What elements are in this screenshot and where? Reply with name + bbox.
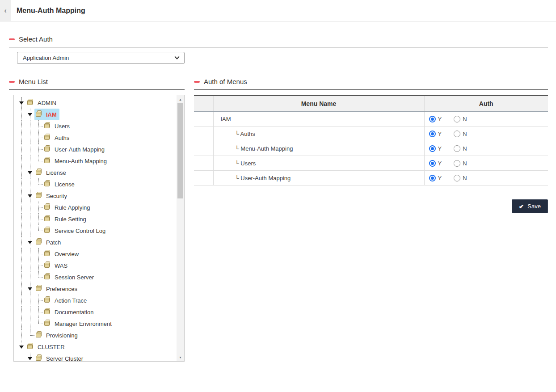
expand-icon[interactable] — [28, 287, 32, 291]
folder-icon — [44, 157, 52, 165]
radio-y[interactable] — [429, 131, 436, 137]
tree-node-content[interactable]: User-Auth Mapping — [43, 143, 107, 155]
tree-node[interactable]: Session Server — [17, 271, 177, 283]
radio-option-n[interactable]: N — [454, 175, 467, 181]
tree-node-content[interactable]: Security — [34, 190, 70, 202]
expand-icon[interactable] — [19, 346, 24, 349]
tree-node-content[interactable]: License — [34, 167, 69, 178]
tree-node-content[interactable]: WAS — [43, 260, 70, 271]
section-rule — [9, 47, 548, 47]
tree-guide — [26, 178, 34, 190]
tree-node[interactable]: Rule Setting — [17, 213, 177, 225]
auth-cell: YN — [424, 156, 548, 171]
radio-option-y[interactable]: Y — [429, 175, 442, 181]
tree-node-content[interactable]: Server Cluster — [34, 353, 86, 361]
tree-node-content[interactable]: Rule Applying — [43, 202, 93, 213]
radio-option-y[interactable]: Y — [429, 116, 442, 122]
scroll-down-icon[interactable]: ▼ — [177, 354, 184, 361]
radio-n[interactable] — [454, 145, 460, 152]
tree-node[interactable]: Action Trace — [17, 295, 177, 306]
tree-node-content[interactable]: License — [43, 178, 77, 190]
tree-node[interactable]: ADMIN — [17, 97, 177, 109]
tree-node-content[interactable]: Overview — [43, 248, 81, 260]
tree-node-content[interactable]: Provisioning — [34, 329, 80, 341]
tree-node[interactable]: Patch — [17, 236, 177, 248]
radio-n[interactable] — [454, 116, 460, 122]
tree-node[interactable]: Server Cluster — [17, 353, 177, 361]
radio-y[interactable] — [429, 160, 436, 167]
radio-option-n[interactable]: N — [454, 116, 467, 122]
auth-cell: YN — [424, 171, 548, 185]
expand-slot — [26, 236, 34, 248]
tree-node[interactable]: Provisioning — [17, 329, 177, 341]
section-dash-icon — [194, 81, 200, 83]
auth-of-menus-header: Auth of Menus — [194, 78, 548, 85]
folder-icon — [44, 261, 52, 270]
tree-node-content[interactable]: Preferences — [34, 283, 80, 295]
tree-scrollbar[interactable]: ▲ ▼ — [177, 95, 184, 361]
expand-icon[interactable] — [19, 101, 24, 105]
tree-node-content[interactable]: Session Server — [43, 271, 97, 283]
tree-node[interactable]: Rule Applying — [17, 202, 177, 213]
tree-node[interactable]: Auths — [17, 132, 177, 143]
tree-node-label: License — [46, 169, 66, 176]
radio-y[interactable] — [429, 145, 436, 152]
menu-name-cell: └ User-Auth Mapping — [213, 171, 424, 185]
radio-option-y[interactable]: Y — [429, 131, 442, 137]
radio-option-y[interactable]: Y — [429, 160, 442, 167]
tree-node-content[interactable]: Users — [43, 120, 72, 132]
tree-node-content[interactable]: Manager Environment — [43, 318, 114, 329]
tree-node-content[interactable]: IAM — [34, 109, 59, 120]
tree-node-content[interactable]: Service Control Log — [43, 225, 108, 236]
menu-name-cell: └ Auths — [213, 126, 424, 141]
expand-icon[interactable] — [28, 194, 32, 198]
tree-node[interactable]: License — [17, 178, 177, 190]
tree-node[interactable]: Security — [17, 190, 177, 202]
tree-node[interactable]: WAS — [17, 260, 177, 271]
tree-node-content[interactable]: Documentation — [43, 306, 96, 318]
leaf-connector — [34, 295, 43, 306]
tree-node[interactable]: Manager Environment — [17, 318, 177, 329]
tree-node[interactable]: CLUSTER — [17, 341, 177, 353]
back-button[interactable]: ‹ — [0, 0, 11, 21]
radio-n[interactable] — [454, 160, 460, 167]
radio-option-n[interactable]: N — [454, 160, 467, 167]
tree-node-content[interactable]: ADMIN — [26, 97, 59, 109]
tree-node-content[interactable]: Menu-Auth Mapping — [43, 155, 110, 167]
folder-icon — [44, 203, 52, 211]
expand-icon[interactable] — [28, 241, 32, 244]
tree-node[interactable]: Documentation — [17, 306, 177, 318]
tree-node[interactable]: Menu-Auth Mapping — [17, 155, 177, 167]
tree-node-content[interactable]: Auths — [43, 132, 72, 143]
leaf-connector — [34, 132, 43, 143]
expand-icon[interactable] — [28, 171, 32, 174]
tree-node[interactable]: Preferences — [17, 283, 177, 295]
radio-option-n[interactable]: N — [454, 131, 467, 137]
tree-guide — [17, 143, 26, 155]
save-button[interactable]: ✔ Save — [512, 199, 548, 213]
column-header-menu-name: Menu Name — [213, 96, 424, 112]
radio-y[interactable] — [429, 175, 436, 181]
tree-node[interactable]: IAM — [17, 109, 177, 120]
tree-node[interactable]: Users — [17, 120, 177, 132]
radio-option-y[interactable]: Y — [429, 145, 442, 152]
tree-node-label: Service Control Log — [55, 228, 105, 234]
radio-option-n[interactable]: N — [454, 145, 467, 152]
tree-node-content[interactable]: Patch — [34, 236, 63, 248]
scrollbar-thumb[interactable] — [177, 103, 183, 198]
radio-y[interactable] — [429, 116, 436, 122]
auth-select[interactable]: Application Admin — [17, 52, 185, 64]
folder-icon — [27, 99, 35, 107]
expand-icon[interactable] — [28, 113, 32, 116]
tree-node-content[interactable]: Action Trace — [43, 295, 89, 306]
tree-node[interactable]: Overview — [17, 248, 177, 260]
tree-node[interactable]: User-Auth Mapping — [17, 143, 177, 155]
tree-node[interactable]: License — [17, 167, 177, 178]
tree-node[interactable]: Service Control Log — [17, 225, 177, 236]
tree-node-content[interactable]: Rule Setting — [43, 213, 89, 225]
tree-node-content[interactable]: CLUSTER — [26, 341, 67, 353]
radio-n[interactable] — [454, 175, 460, 181]
expand-icon[interactable] — [28, 357, 32, 360]
radio-n[interactable] — [454, 131, 460, 137]
scroll-up-icon[interactable]: ▲ — [177, 96, 184, 103]
